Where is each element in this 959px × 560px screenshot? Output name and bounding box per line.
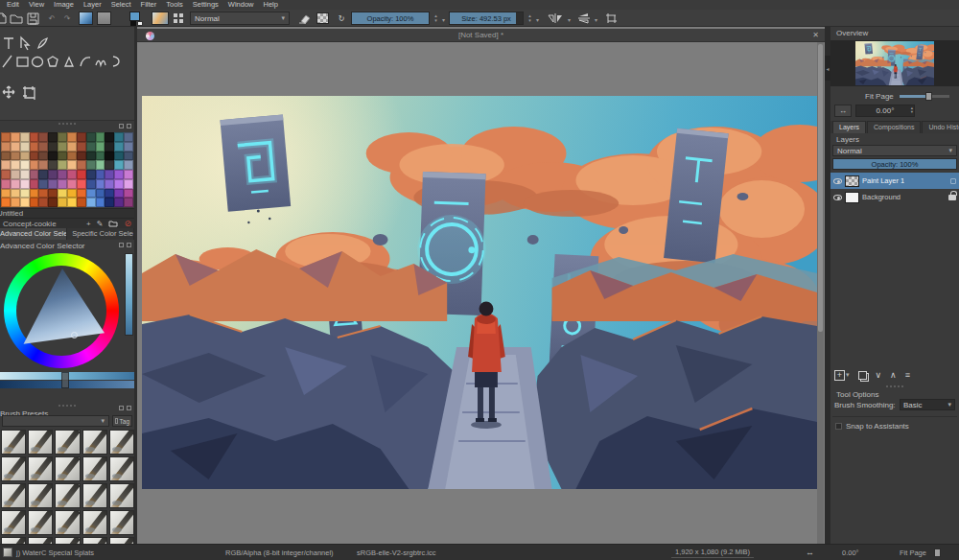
palette-swatch[interactable]	[1, 160, 11, 170]
brush-smoothing-select[interactable]: Basic ▾	[900, 399, 955, 410]
transform-tool-icon[interactable]	[21, 37, 29, 50]
preset-filter-select[interactable]: ▾	[2, 415, 109, 427]
palette-name-row[interactable]: Concept-cookie + ✎ ⊘	[0, 218, 134, 228]
freehand-path-tool-icon[interactable]	[96, 61, 105, 66]
palette-swatch[interactable]	[30, 179, 39, 189]
layer-blending-mode-select[interactable]: Normal ▾	[832, 145, 957, 156]
brush-preset-thumbnail[interactable]	[82, 537, 107, 544]
palette-swatch[interactable]	[124, 152, 133, 161]
brush-preset-thumbnail[interactable]	[82, 430, 107, 455]
palette-swatch[interactable]	[124, 179, 133, 189]
palette-swatch[interactable]	[1, 198, 11, 207]
move-layer-down-icon[interactable]: ∨	[876, 370, 882, 380]
palette-swatch[interactable]	[1, 142, 11, 152]
docker-handle[interactable]	[58, 123, 76, 126]
reload-original-preset-icon[interactable]: ↻	[335, 12, 348, 25]
palette-swatch[interactable]	[77, 160, 86, 170]
palette-swatch[interactable]	[30, 152, 39, 161]
brush-preset-thumbnail[interactable]	[28, 483, 53, 508]
foreground-background-colors[interactable]	[129, 12, 146, 26]
palette-swatch[interactable]	[48, 179, 58, 189]
save-icon[interactable]	[26, 12, 39, 25]
palette-swatch[interactable]	[30, 170, 39, 179]
docker-window-icons[interactable]	[119, 406, 131, 410]
palette-swatch[interactable]	[67, 142, 77, 152]
palette-swatch[interactable]	[11, 189, 20, 198]
palette-swatch[interactable]	[48, 132, 58, 142]
move-layer-up-icon[interactable]: ∧	[890, 370, 897, 380]
brush-preset-thumbnail[interactable]	[82, 483, 107, 508]
edit-palette-icon[interactable]: ✎	[97, 220, 104, 228]
palette-swatch[interactable]	[86, 189, 96, 198]
brush-preset-thumbnail[interactable]	[109, 537, 134, 544]
brush-preset-thumbnail[interactable]	[28, 537, 53, 544]
brush-preset-grid[interactable]	[1, 430, 134, 544]
brush-preset-thumbnail[interactable]	[109, 483, 134, 508]
palette-swatch[interactable]	[30, 160, 39, 170]
palette-swatch[interactable]	[1, 152, 11, 161]
palette-swatch[interactable]	[11, 132, 20, 142]
palette-swatch[interactable]	[1, 170, 11, 179]
palette-swatch[interactable]	[96, 142, 105, 152]
palette-swatch[interactable]	[114, 198, 124, 207]
redo-icon[interactable]: ↷	[60, 12, 74, 25]
palette-swatch[interactable]	[30, 142, 39, 152]
brush-preset-thumbnail[interactable]	[1, 456, 26, 481]
palette-swatch[interactable]	[114, 170, 124, 179]
ellipse-tool-icon[interactable]	[33, 58, 43, 67]
palette-swatch[interactable]	[67, 170, 77, 179]
palette-swatch[interactable]	[11, 170, 20, 179]
palette-swatch[interactable]	[67, 179, 77, 189]
palette-swatch[interactable]	[96, 152, 105, 161]
palette-swatch[interactable]	[96, 170, 105, 179]
add-color-icon[interactable]: +	[86, 220, 91, 228]
brush-preset-thumbnail[interactable]	[1, 430, 26, 455]
palette-swatch[interactable]	[77, 152, 86, 161]
layer-row-background[interactable]: Background	[830, 189, 959, 205]
crop-tool-icon[interactable]	[23, 86, 35, 100]
subwindow-titlebar[interactable]: [Not Saved] * ✕	[137, 29, 825, 42]
palette-swatch[interactable]	[30, 198, 39, 207]
palette-swatch[interactable]	[96, 189, 105, 198]
palette-swatch[interactable]	[20, 160, 30, 170]
palette-swatch[interactable]	[96, 198, 105, 207]
palette-swatch[interactable]	[67, 189, 77, 198]
palette-swatch[interactable]	[124, 189, 133, 198]
menu-layer[interactable]: Layer	[79, 0, 106, 10]
palette-swatch[interactable]	[58, 160, 67, 170]
palette-swatch[interactable]	[1, 132, 11, 142]
undo-icon[interactable]: ↶	[45, 12, 58, 25]
palette-swatch[interactable]	[77, 189, 86, 198]
palette-group-row[interactable]: Untitled	[0, 208, 134, 218]
palette-swatch[interactable]	[11, 142, 20, 152]
palette-swatch[interactable]	[38, 152, 48, 161]
layer-properties-icon[interactable]: ≡	[905, 370, 910, 380]
shade-selector[interactable]	[0, 372, 134, 388]
palette-swatch[interactable]	[114, 179, 124, 189]
visibility-eye-icon[interactable]	[833, 178, 842, 184]
palette-swatch[interactable]	[105, 179, 114, 189]
tab-compositions[interactable]: Compositions	[867, 121, 921, 133]
mirror-vertical-icon[interactable]	[577, 12, 591, 25]
mirror-horizontal-icon[interactable]	[547, 12, 566, 25]
palette-swatch[interactable]	[20, 132, 30, 142]
rotation-spinbox[interactable]: 0.00° ▴▾	[855, 105, 915, 117]
polyline-tool-icon[interactable]	[65, 58, 73, 66]
palette-swatch[interactable]	[1, 189, 11, 198]
palette-swatch[interactable]	[96, 179, 105, 189]
value-strip[interactable]	[125, 253, 133, 336]
palette-swatch[interactable]	[105, 189, 114, 198]
palette-swatch[interactable]	[67, 160, 77, 170]
palette-swatch[interactable]	[48, 170, 58, 179]
palette-swatch[interactable]	[86, 170, 96, 179]
palette-swatch[interactable]	[124, 160, 133, 170]
palette-swatch[interactable]	[124, 132, 133, 142]
menu-edit[interactable]: Edit	[2, 0, 24, 10]
workspace-chooser-icon[interactable]	[152, 12, 169, 25]
layer-opacity-slider[interactable]: Opacity: 100%	[832, 158, 957, 170]
palette-swatch[interactable]	[86, 198, 96, 207]
palette-swatch[interactable]	[38, 160, 48, 170]
palette-swatch[interactable]	[30, 189, 39, 198]
palette-swatch[interactable]	[58, 132, 67, 142]
brush-preset-thumbnail[interactable]	[28, 510, 53, 535]
